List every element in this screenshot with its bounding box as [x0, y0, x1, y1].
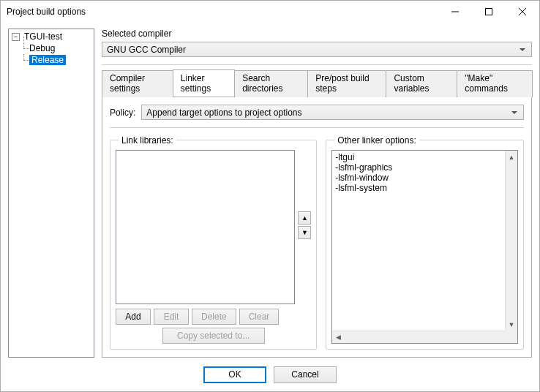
compiler-select[interactable]: GNU GCC Compiler: [102, 42, 532, 57]
tab-custom-variables[interactable]: Custom variables: [386, 70, 457, 97]
other-linker-options-value: -ltgui -lsfml-graphics -lsfml-window -ls…: [332, 151, 517, 331]
tree-item-release[interactable]: Release: [19, 54, 94, 66]
link-libraries-title: Link libraries:: [119, 135, 176, 146]
other-linker-options-textarea[interactable]: -ltgui -lsfml-graphics -lsfml-window -ls…: [331, 150, 518, 344]
tree-item-label: Debug: [29, 43, 55, 53]
tree-item-root[interactable]: − TGUI-test: [9, 31, 94, 42]
tree-item-label: Release: [29, 55, 66, 65]
tab-pre-post-build[interactable]: Pre/post build steps: [307, 70, 386, 97]
ok-button[interactable]: OK: [203, 366, 266, 383]
minimize-button[interactable]: [438, 1, 472, 23]
copy-selected-to-button: Copy selected to...: [162, 328, 265, 344]
move-down-button[interactable]: ▼: [298, 226, 311, 239]
horizontal-scrollbar[interactable]: ◀ ▶: [332, 331, 517, 343]
close-button[interactable]: [506, 1, 539, 23]
tab-compiler-settings[interactable]: Compiler settings: [102, 70, 173, 97]
add-button[interactable]: Add: [116, 309, 151, 325]
policy-label: Policy:: [110, 108, 135, 118]
targets-tree[interactable]: − TGUI-test Debug Release: [8, 29, 94, 358]
delete-button: Delete: [192, 309, 236, 325]
settings-tabs: Compiler settings Linker settings Search…: [102, 69, 532, 97]
move-up-button[interactable]: ▲: [298, 211, 311, 225]
policy-select[interactable]: Append target options to project options: [141, 105, 524, 120]
vertical-scrollbar[interactable]: ▲ ▼: [505, 151, 517, 331]
edit-button: Edit: [154, 309, 189, 325]
clear-button: Clear: [239, 309, 280, 325]
titlebar: Project build options: [1, 1, 539, 23]
scroll-up-icon[interactable]: ▲: [506, 151, 517, 163]
tree-collapse-icon[interactable]: −: [12, 33, 20, 41]
tree-item-debug[interactable]: Debug: [19, 42, 94, 54]
scroll-down-icon[interactable]: ▼: [506, 318, 517, 331]
selected-compiler-label: Selected compiler: [102, 29, 532, 39]
cancel-button[interactable]: Cancel: [274, 366, 337, 383]
window-controls: [438, 1, 539, 23]
scroll-left-icon[interactable]: ◀: [332, 333, 345, 341]
svg-rect-1: [486, 9, 492, 15]
compiler-select-value: GNU GCC Compiler: [107, 45, 186, 55]
scroll-corner: [505, 331, 517, 343]
tab-make-commands[interactable]: "Make" commands: [457, 70, 533, 97]
tab-search-directories[interactable]: Search directories: [234, 70, 308, 97]
tab-linker-settings[interactable]: Linker settings: [173, 69, 235, 97]
other-linker-options-title: Other linker options:: [334, 135, 419, 146]
link-libraries-list[interactable]: [116, 150, 295, 304]
maximize-button[interactable]: [472, 1, 506, 23]
policy-select-value: Append target options to project options: [146, 108, 301, 118]
tree-root-label: TGUI-test: [23, 31, 64, 42]
window-title: Project build options: [7, 7, 438, 17]
